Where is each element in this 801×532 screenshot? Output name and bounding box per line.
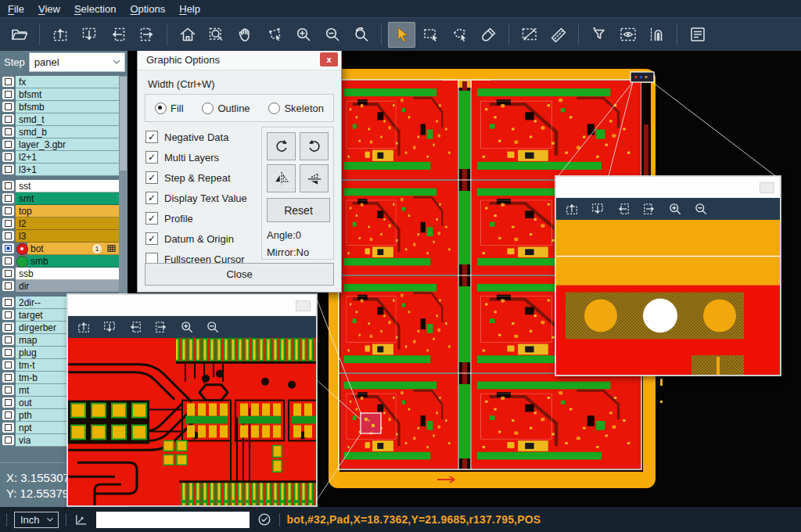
checkbox[interactable]: ✓	[145, 192, 158, 204]
layer-name[interactable]: fx	[16, 76, 119, 88]
layer-visibility-checkbox[interactable]	[2, 243, 14, 253]
layer-visibility-checkbox[interactable]	[2, 127, 14, 137]
layer-visibility-checkbox[interactable]	[2, 114, 14, 124]
reset-button[interactable]: Reset	[267, 198, 330, 222]
window-minimize-button[interactable]	[296, 300, 311, 311]
layer-visibility-checkbox[interactable]	[2, 422, 14, 433]
layer-name[interactable]: smt	[16, 192, 119, 205]
menu-view[interactable]: View	[38, 3, 60, 15]
layer-visibility-checkbox[interactable]	[2, 193, 14, 203]
layer-name[interactable]: smb	[27, 255, 119, 268]
radio-dot[interactable]	[155, 102, 167, 114]
snap-angle-icon[interactable]	[74, 512, 89, 527]
layer-name[interactable]: l3	[16, 230, 119, 243]
layer-name[interactable]: bfsmb	[16, 101, 119, 113]
toolbar-pan-hand-button[interactable]	[232, 22, 259, 48]
menu-help[interactable]: Help	[179, 3, 200, 15]
layer-name[interactable]: layer_3.gbr	[16, 138, 119, 151]
radio-outline[interactable]: Outline	[202, 102, 250, 114]
pan-right-icon[interactable]	[641, 201, 657, 217]
toolbar-filter-button[interactable]	[585, 22, 612, 48]
toolbar-pan-up-button[interactable]	[46, 22, 74, 48]
radio-dot[interactable]	[268, 102, 280, 114]
zoom-source-rect-bottom[interactable]	[361, 413, 381, 433]
menu-selection[interactable]: Selection	[74, 3, 116, 15]
toolbar-snap-magnet-button[interactable]	[643, 22, 670, 48]
rotate-ccw-button[interactable]	[300, 132, 329, 160]
layer-name[interactable]: l2+1	[16, 151, 119, 164]
toolbar-zoom-window-button[interactable]	[203, 22, 230, 48]
flip-v-button[interactable]	[300, 164, 329, 192]
toolbar-layers-panel-button[interactable]	[684, 22, 711, 48]
menu-options[interactable]: Options	[130, 3, 165, 15]
zoom-source-rect-top[interactable]	[630, 72, 654, 82]
confirm-check-icon[interactable]	[257, 512, 272, 527]
command-input[interactable]	[96, 512, 250, 528]
layer-visibility-checkbox[interactable]	[2, 385, 14, 395]
pan-up-icon[interactable]	[76, 319, 92, 335]
pcb-cell[interactable]	[472, 81, 641, 179]
toolbar-measure-line-button[interactable]	[515, 22, 543, 48]
layer-visibility-checkbox[interactable]	[2, 268, 14, 279]
pcb-cell[interactable]	[340, 181, 458, 275]
layer-name[interactable]: sst	[16, 180, 119, 192]
toolbar-select-cursor-button[interactable]	[388, 22, 415, 48]
radio-dot[interactable]	[202, 102, 214, 114]
unit-select[interactable]: Inch	[14, 512, 59, 528]
layer-visibility-checkbox[interactable]	[2, 360, 14, 370]
layer-visibility-checkbox[interactable]	[2, 281, 14, 291]
layer-visibility-checkbox[interactable]	[2, 297, 14, 307]
pcb-cell[interactable]	[340, 81, 458, 179]
window-minimize-button[interactable]	[760, 182, 774, 193]
zoom-in-icon[interactable]	[667, 201, 683, 217]
close-icon[interactable]: x	[320, 52, 338, 66]
zoom-window-top-right[interactable]	[555, 176, 781, 376]
layer-name[interactable]: bfsmt	[16, 88, 119, 101]
checkbox[interactable]: ✓	[145, 232, 158, 245]
pan-left-icon[interactable]	[128, 319, 143, 335]
toolbar-zoom-out-button[interactable]	[318, 22, 346, 48]
zoom-window-titlebar[interactable]	[556, 177, 780, 198]
layer-visibility-checkbox[interactable]	[2, 206, 14, 216]
layer-name[interactable]: l2	[16, 217, 119, 230]
layer-visibility-checkbox[interactable]	[2, 152, 14, 162]
radio-fill[interactable]: Fill	[155, 102, 184, 114]
zoom-out-icon[interactable]	[693, 201, 709, 217]
radio-skeleton[interactable]: Skeleton	[268, 102, 324, 114]
toolbar-pan-down-button[interactable]	[75, 22, 102, 48]
zoom-window-titlebar[interactable]	[68, 295, 316, 316]
layer-visibility-checkbox[interactable]	[2, 322, 14, 332]
toolbar-pan-right-button[interactable]	[133, 22, 160, 48]
flip-h-button[interactable]	[267, 164, 296, 192]
pan-down-icon[interactable]	[102, 319, 117, 335]
checkbox[interactable]: ✓	[145, 151, 158, 164]
layer-name[interactable]: l3+1	[16, 164, 119, 176]
layer-name[interactable]: smd_t	[16, 113, 119, 126]
toolbar-folder-open-button[interactable]	[5, 22, 33, 48]
zoom-window-bottom-left[interactable]	[67, 294, 317, 506]
toolbar-zoom-previous-button[interactable]	[347, 22, 375, 48]
checkbox[interactable]: ✓	[145, 171, 158, 184]
checkbox[interactable]: ✓	[145, 212, 158, 225]
layer-visibility-checkbox[interactable]	[2, 347, 14, 358]
layer-visibility-checkbox[interactable]	[2, 335, 14, 345]
pan-left-icon[interactable]	[616, 201, 631, 217]
layer-visibility-checkbox[interactable]	[2, 139, 14, 149]
pcb-cell[interactable]	[340, 276, 458, 372]
pcb-cell[interactable]	[472, 374, 641, 469]
layer-name[interactable]: ssb	[16, 268, 119, 280]
layer-name[interactable]: dir	[16, 280, 119, 293]
layer-visibility-checkbox[interactable]	[2, 164, 14, 174]
zoom-window-viewport[interactable]	[68, 338, 316, 505]
layer-name[interactable]: smd_b	[16, 126, 119, 138]
layer-visibility-checkbox[interactable]	[2, 102, 14, 112]
layer-grid-icon[interactable]	[106, 243, 117, 253]
rotate-cw-button[interactable]	[267, 132, 296, 160]
toolbar-pan-left-button[interactable]	[104, 22, 131, 48]
zoom-window-viewport[interactable]	[556, 220, 780, 375]
layer-visibility-checkbox[interactable]	[2, 397, 14, 408]
checkbox[interactable]: ✓	[145, 131, 158, 143]
layer-visibility-checkbox[interactable]	[2, 231, 14, 241]
layer-visibility-checkbox[interactable]	[2, 77, 14, 87]
zoom-out-icon[interactable]	[205, 319, 221, 335]
